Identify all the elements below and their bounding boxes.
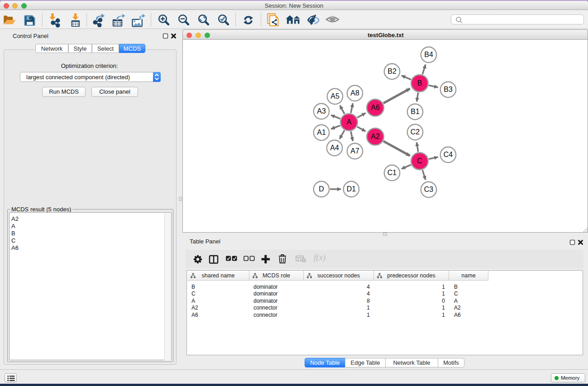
svg-text:B1: B1 — [411, 108, 420, 115]
svg-text:C4: C4 — [444, 151, 453, 158]
svg-text:A6: A6 — [371, 104, 380, 111]
svg-text:A5: A5 — [330, 92, 339, 100]
svg-text:A2: A2 — [371, 133, 380, 140]
svg-text:A1: A1 — [317, 129, 326, 136]
svg-text:B2: B2 — [387, 67, 397, 75]
svg-text:B3: B3 — [444, 86, 453, 93]
svg-text:A4: A4 — [330, 144, 339, 152]
svg-text:C3: C3 — [424, 186, 434, 193]
svg-text:D: D — [319, 185, 324, 193]
svg-text:C1: C1 — [387, 169, 397, 176]
svg-text:A: A — [347, 118, 352, 126]
svg-text:B4: B4 — [424, 51, 433, 58]
svg-text:C: C — [417, 157, 422, 165]
svg-text:C2: C2 — [411, 128, 420, 136]
svg-text:A7: A7 — [350, 147, 359, 155]
svg-text:A3: A3 — [317, 107, 326, 115]
svg-text:D1: D1 — [347, 185, 356, 193]
svg-text:B: B — [417, 79, 422, 87]
svg-text:A8: A8 — [350, 89, 359, 97]
